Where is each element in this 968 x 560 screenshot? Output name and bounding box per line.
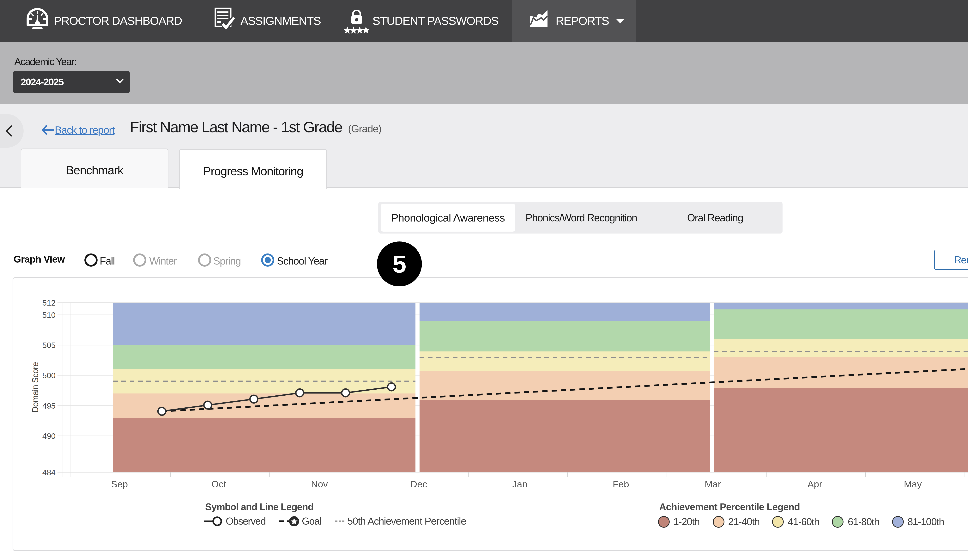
svg-text:Achievement Percentile Legend: Achievement Percentile Legend: [659, 502, 800, 512]
svg-text:505: 505: [42, 341, 56, 350]
svg-text:490: 490: [42, 432, 56, 441]
svg-text:21-40th: 21-40th: [728, 516, 759, 527]
svg-text:Jan: Jan: [512, 479, 527, 489]
svg-text:Oct: Oct: [211, 479, 226, 489]
svg-text:484: 484: [42, 468, 56, 477]
svg-text:500: 500: [42, 371, 56, 380]
svg-text:Nov: Nov: [311, 479, 328, 489]
svg-text:510: 510: [42, 311, 56, 320]
svg-text:Domain Score: Domain Score: [30, 362, 40, 413]
svg-text:Observed: Observed: [226, 515, 265, 527]
svg-text:Sep: Sep: [111, 479, 128, 489]
svg-text:512: 512: [42, 298, 56, 307]
svg-text:1-20th: 1-20th: [673, 516, 699, 527]
svg-text:41-60th: 41-60th: [788, 516, 819, 527]
svg-text:Symbol and Line Legend: Symbol and Line Legend: [205, 502, 313, 512]
svg-text:81-100th: 81-100th: [907, 516, 944, 527]
svg-text:Dec: Dec: [410, 479, 427, 489]
svg-text:50th Achievement Percentile: 50th Achievement Percentile: [347, 515, 466, 527]
svg-text:Mar: Mar: [705, 479, 721, 489]
svg-text:Apr: Apr: [807, 479, 822, 489]
svg-text:61-80th: 61-80th: [848, 516, 879, 527]
svg-text:495: 495: [42, 401, 56, 410]
svg-text:Goal: Goal: [302, 515, 321, 527]
svg-text:Feb: Feb: [613, 479, 629, 489]
svg-text:May: May: [904, 479, 922, 489]
